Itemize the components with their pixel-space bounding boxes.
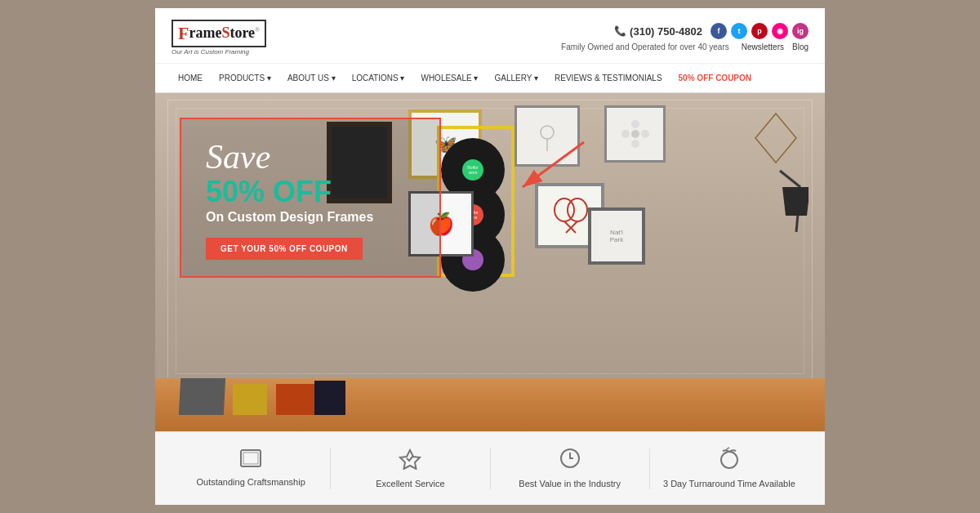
feature-value: Best Value in the Industry <box>491 447 649 489</box>
family-row: Family Owned and Operated for over 40 ye… <box>561 42 808 51</box>
logo-letter: F <box>178 23 189 44</box>
logo-name: rameStore® <box>189 25 260 42</box>
turnaround-icon <box>718 447 741 473</box>
svg-rect-19 <box>243 453 258 464</box>
hero-discount: 50% OFF <box>206 177 415 207</box>
service-label: Excellent Service <box>376 478 444 489</box>
craftsmanship-icon <box>239 448 262 471</box>
feature-craftsmanship: Outstanding Craftsmanship <box>172 448 330 488</box>
blog-link[interactable]: Blog <box>792 42 808 51</box>
phone-number: 📞 (310) 750-4802 <box>614 25 702 38</box>
red-arrow <box>506 138 588 207</box>
logo-area: F rameStore® Our Art is Custom Framing <box>172 20 266 56</box>
turnaround-label: 3 Day Turnaround Time Available <box>663 478 795 489</box>
phone-row: 📞 (310) 750-4802 f t p ◉ ig <box>614 23 808 39</box>
svg-line-13 <box>780 171 800 187</box>
svg-point-2 <box>631 130 639 138</box>
service-icon <box>399 447 421 473</box>
pillow-orange <box>276 384 315 415</box>
svg-point-0 <box>541 126 554 139</box>
hero-subtitle: On Custom Design Frames <box>206 210 415 225</box>
hero-save-text: Save <box>206 140 415 174</box>
pillow-yellow <box>233 384 267 415</box>
frame-national: Nat'lPark <box>588 207 645 265</box>
wall-lamp <box>751 105 808 239</box>
page-wrapper: F rameStore® Our Art is Custom Framing 📞… <box>0 0 980 513</box>
hero-box: Save 50% OFF On Custom Design Frames GET… <box>180 118 441 278</box>
feature-turnaround: 3 Day Turnaround Time Available <box>650 447 808 489</box>
features-bar: Outstanding Craftsmanship Excellent Serv… <box>155 431 825 505</box>
newsletters-link[interactable]: Newsletters <box>742 42 784 51</box>
twitter-icon[interactable]: t <box>731 23 747 39</box>
svg-line-10 <box>566 221 577 233</box>
hero-coupon-button[interactable]: GET YOUR 50% OFF COUPON <box>206 238 363 260</box>
instagram-icon[interactable]: ig <box>792 23 808 39</box>
nav-wholesale[interactable]: WHOLESALE ▾ <box>414 64 484 93</box>
hero-content: Save 50% OFF On Custom Design Frames GET… <box>180 118 441 278</box>
social-icons: f t p ◉ ig <box>710 23 808 39</box>
facebook-icon[interactable]: f <box>710 23 727 39</box>
feature-service: Excellent Service <box>331 447 489 489</box>
svg-point-6 <box>641 130 649 138</box>
top-right: 📞 (310) 750-4802 f t p ◉ ig Family Owned… <box>561 23 808 51</box>
nav-reviews[interactable]: REVIEWS & TESTIMONIALS <box>548 64 669 93</box>
nav-gallery[interactable]: GALLERY ▾ <box>488 64 545 93</box>
frame-flower <box>604 105 666 163</box>
family-links: Newsletters Blog <box>742 42 808 51</box>
svg-line-17 <box>523 142 584 187</box>
flickr-icon[interactable]: ◉ <box>772 23 788 39</box>
top-bar: F rameStore® Our Art is Custom Framing 📞… <box>155 8 825 64</box>
svg-point-4 <box>631 140 639 148</box>
svg-point-5 <box>621 130 630 138</box>
couch <box>155 378 825 431</box>
site-container: F rameStore® Our Art is Custom Framing 📞… <box>155 8 825 505</box>
nav-locations[interactable]: LOCATIONS ▾ <box>345 64 412 93</box>
craftsmanship-label: Outstanding Craftsmanship <box>196 476 305 488</box>
nav-home[interactable]: HOME <box>172 64 209 93</box>
throw-blanket <box>314 381 345 415</box>
svg-point-21 <box>721 452 737 468</box>
svg-marker-11 <box>755 114 796 163</box>
logo-box: F rameStore® <box>172 20 266 47</box>
value-icon <box>559 447 581 473</box>
nav-coupon[interactable]: 50% OFF COUPON <box>672 64 758 93</box>
svg-line-8 <box>564 221 576 233</box>
nav-bar: HOME PRODUCTS ▾ ABOUT US ▾ LOCATIONS ▾ W… <box>155 64 825 93</box>
phone-icon: 📞 <box>614 25 626 37</box>
svg-marker-15 <box>782 187 808 216</box>
nav-about[interactable]: ABOUT US ▾ <box>281 64 342 93</box>
nav-products[interactable]: PRODUCTS ▾ <box>212 64 278 93</box>
family-text: Family Owned and Operated for over 40 ye… <box>561 42 729 51</box>
svg-point-3 <box>631 120 639 128</box>
hero-section: 🦋 Rofforstore Rofforstore <box>155 93 825 431</box>
logo-tagline: Our Art is Custom Framing <box>172 48 249 56</box>
value-label: Best Value in the Industry <box>519 478 621 489</box>
pillow-grey <box>179 378 225 415</box>
pinterest-icon[interactable]: p <box>751 23 768 39</box>
